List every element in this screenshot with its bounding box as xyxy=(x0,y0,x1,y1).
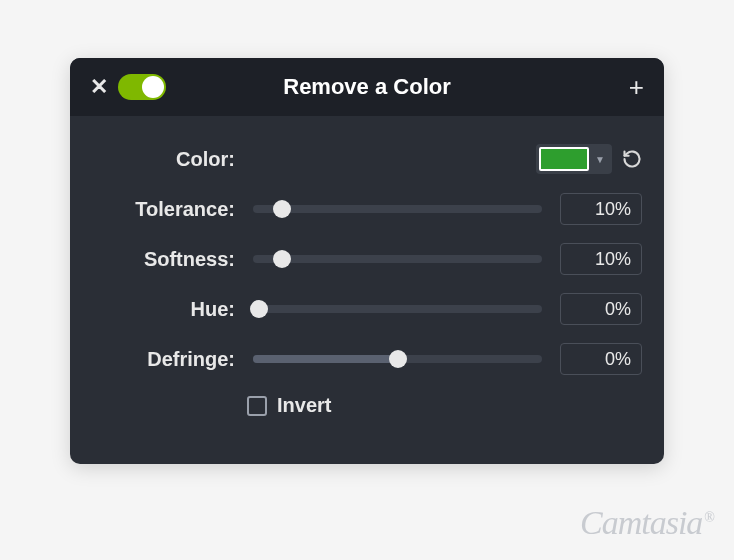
tolerance-row: Tolerance: 10% xyxy=(92,194,642,224)
slider-fill xyxy=(253,355,398,363)
tolerance-slider-wrap xyxy=(247,205,548,213)
watermark: Camtasia® xyxy=(580,504,714,542)
panel-header: ✕ Remove a Color + xyxy=(70,58,664,116)
invert-checkbox[interactable] xyxy=(247,396,267,416)
defringe-slider[interactable] xyxy=(253,355,542,363)
chevron-down-icon[interactable]: ▼ xyxy=(591,154,609,165)
tolerance-value[interactable]: 10% xyxy=(560,193,642,225)
panel-title: Remove a Color xyxy=(283,74,451,100)
registered-mark: ® xyxy=(704,510,714,525)
color-label: Color: xyxy=(92,148,247,171)
hue-row: Hue: 0% xyxy=(92,294,642,324)
slider-thumb[interactable] xyxy=(273,250,291,268)
tolerance-slider[interactable] xyxy=(253,205,542,213)
tolerance-label: Tolerance: xyxy=(92,198,247,221)
color-row: Color: ▼ xyxy=(92,144,642,174)
invert-label: Invert xyxy=(277,394,331,417)
softness-value[interactable]: 10% xyxy=(560,243,642,275)
hue-slider[interactable] xyxy=(253,305,542,313)
defringe-row: Defringe: 0% xyxy=(92,344,642,374)
reset-icon[interactable] xyxy=(622,149,642,169)
hue-label: Hue: xyxy=(92,298,247,321)
hue-value[interactable]: 0% xyxy=(560,293,642,325)
close-icon[interactable]: ✕ xyxy=(90,76,108,98)
plus-icon[interactable]: + xyxy=(629,74,644,100)
invert-row: Invert xyxy=(92,394,642,417)
enable-toggle[interactable] xyxy=(118,74,166,100)
slider-thumb[interactable] xyxy=(250,300,268,318)
toggle-knob xyxy=(142,76,164,98)
watermark-text: Camtasia xyxy=(580,504,702,541)
hue-slider-wrap xyxy=(247,305,548,313)
softness-slider[interactable] xyxy=(253,255,542,263)
softness-slider-wrap xyxy=(247,255,548,263)
slider-thumb[interactable] xyxy=(389,350,407,368)
softness-row: Softness: 10% xyxy=(92,244,642,274)
color-picker[interactable]: ▼ xyxy=(536,144,612,174)
color-swatch[interactable] xyxy=(539,147,589,171)
defringe-value[interactable]: 0% xyxy=(560,343,642,375)
panel-body: Color: ▼ Tolerance: 10% S xyxy=(70,116,664,437)
remove-color-panel: ✕ Remove a Color + Color: ▼ Tolerance: xyxy=(70,58,664,464)
slider-thumb[interactable] xyxy=(273,200,291,218)
defringe-slider-wrap xyxy=(247,355,548,363)
defringe-label: Defringe: xyxy=(92,348,247,371)
softness-label: Softness: xyxy=(92,248,247,271)
